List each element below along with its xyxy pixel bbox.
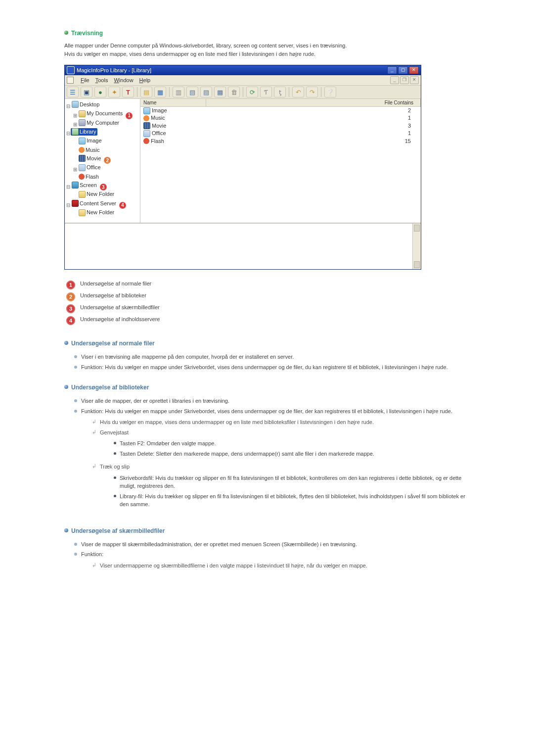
- minimize-button[interactable]: _: [387, 66, 397, 74]
- tree-server-newfolder[interactable]: New Folder: [78, 209, 115, 216]
- maximize-button[interactable]: ▢: [398, 66, 408, 74]
- tree-music[interactable]: Music: [78, 146, 101, 154]
- tree-content-server[interactable]: Content Server: [71, 200, 117, 207]
- bullet-item: Funktion: Hvis du vælger en mappe under …: [74, 362, 470, 373]
- list-row[interactable]: Flash15: [140, 138, 421, 145]
- trash-icon[interactable]: 🗑: [228, 87, 240, 97]
- menu-window[interactable]: Window: [114, 77, 133, 83]
- scrollbar[interactable]: [412, 224, 421, 269]
- redo-icon[interactable]: ↷: [306, 87, 318, 97]
- dot-item: Tasten F2: Omdøber den valgte mappe.: [114, 438, 470, 449]
- list-row[interactable]: Image2: [140, 107, 421, 114]
- list-count: 2: [203, 107, 418, 114]
- library-icon: [72, 128, 79, 135]
- legend-num-2: 2: [66, 292, 75, 301]
- office-icon: [143, 130, 150, 137]
- list-row[interactable]: Office1: [140, 130, 421, 137]
- menu-file[interactable]: File: [81, 77, 89, 83]
- layer3-icon[interactable]: ▩: [214, 87, 226, 97]
- layer1-icon[interactable]: ▧: [186, 87, 198, 97]
- computer-icon: [79, 119, 86, 126]
- tree-icon[interactable]: ☰: [67, 87, 79, 97]
- tree-label: My Computer: [87, 119, 119, 127]
- dot-item: Skrivebordsfil: Hvis du trækker og slipp…: [114, 473, 470, 491]
- toolbar-separator: [243, 87, 243, 97]
- legend-text: Undersøgelse af biblioteker: [80, 292, 146, 298]
- tree-my-documents[interactable]: My Documents: [78, 110, 124, 117]
- tree-root: ⊟Desktop ⊞My Documents1 ⊞My Computer ⊟Li…: [66, 101, 139, 218]
- flash-icon: [79, 174, 85, 180]
- list-name: Flash: [151, 138, 164, 145]
- tree-my-computer[interactable]: My Computer: [78, 119, 120, 127]
- arrow-item: Hvis du vælger en mappe, vises dens unde…: [92, 417, 470, 427]
- badge-3: 3: [100, 184, 107, 190]
- flash-icon: [143, 138, 149, 144]
- col-file-contains[interactable]: File Contains: [206, 99, 421, 106]
- monitor-icon[interactable]: ▣: [81, 87, 92, 97]
- legend-num-4: 4: [66, 316, 75, 325]
- arrow-item: Genvejstast Tasten F2: Omdøber den valgt…: [92, 427, 470, 462]
- bullet-item: Funktion: Hvis du vælger en mappe under …: [74, 406, 470, 516]
- menu-tools[interactable]: Tools: [95, 77, 108, 83]
- tree-label: Office: [87, 164, 101, 171]
- tree-label: Content Server: [80, 200, 116, 207]
- document-icon: [67, 77, 74, 84]
- badge-2: 2: [104, 157, 111, 164]
- bullet-item: Viser i en trævisning alle mapperne på d…: [74, 352, 470, 362]
- bullet-text: Funktion:: [81, 551, 103, 557]
- tree-label: Screen: [80, 182, 97, 189]
- list-row[interactable]: Music1: [140, 114, 421, 122]
- list-count: 1: [203, 114, 418, 122]
- layer2-icon[interactable]: ▨: [200, 87, 212, 97]
- badge-4: 4: [119, 202, 126, 209]
- music-icon: [143, 115, 149, 121]
- arrow-text: Genvejstast: [100, 429, 129, 435]
- folder-open-icon[interactable]: ▤: [140, 87, 152, 97]
- legend-text: Undersøgelse af normale filer: [80, 281, 151, 286]
- toolbar-separator: [321, 87, 321, 97]
- list-name: Movie: [152, 122, 166, 130]
- desktop-icon: [72, 101, 79, 108]
- subsection-normal-title: Undersøgelse af normale filer: [64, 340, 470, 347]
- help-icon[interactable]: ❔: [324, 87, 336, 97]
- badge-1: 1: [126, 112, 133, 119]
- text-down-icon[interactable]: ƫ: [274, 87, 286, 97]
- close-button[interactable]: ✕: [409, 66, 419, 74]
- tree-screen-newfolder[interactable]: New Folder: [78, 190, 115, 198]
- tree-image[interactable]: Image: [78, 137, 103, 144]
- subsection-screen-title: Undersøgelse af skærmbilledfiler: [64, 527, 470, 534]
- tree-label: Movie: [87, 155, 101, 162]
- tree-screen[interactable]: Screen: [71, 182, 98, 189]
- text-up-icon[interactable]: Ƭ: [260, 87, 272, 97]
- undo-icon[interactable]: ↶: [292, 87, 304, 97]
- bullet-list: Viser alle de mapper, der er oprettet i …: [74, 396, 470, 516]
- mdi-restore-button[interactable]: ❐: [400, 76, 409, 84]
- tree-flash[interactable]: Flash: [78, 173, 100, 181]
- image-icon: [143, 107, 150, 114]
- mdi-minimize-button[interactable]: _: [390, 76, 399, 84]
- intro-text: Alle mapper under Denne computer på Wind…: [64, 42, 470, 58]
- mdi-close-button[interactable]: ✕: [410, 76, 419, 84]
- page-icon[interactable]: ▥: [173, 87, 184, 97]
- puzzle-icon[interactable]: ✦: [108, 87, 120, 97]
- tree-library[interactable]: Library: [71, 128, 97, 136]
- tree-label: My Documents: [87, 110, 123, 117]
- tree-label: Flash: [86, 173, 99, 181]
- list-row[interactable]: Movie3: [140, 122, 421, 130]
- tree-label: New Folder: [87, 190, 114, 198]
- refresh-icon[interactable]: ⟳: [246, 87, 258, 97]
- list-body: Image2Music1Movie3Office1Flash15: [140, 107, 421, 145]
- tree-office[interactable]: Office: [78, 164, 102, 171]
- tree-movie[interactable]: Movie: [78, 155, 102, 162]
- tree-desktop[interactable]: Desktop: [71, 101, 100, 108]
- save-icon[interactable]: ▦: [154, 87, 166, 97]
- titlebar: MagicInfoPro Library - [Library] _ ▢ ✕: [65, 65, 421, 75]
- menu-help[interactable]: Help: [139, 77, 151, 83]
- app-window: MagicInfoPro Library - [Library] _ ▢ ✕ F…: [64, 65, 421, 270]
- toolbar: ☰ ▣ ● ✦ T ▤ ▦ ▥ ▧ ▨ ▩ 🗑 ⟳ Ƭ ƫ ↶ ↷ ❔: [65, 86, 421, 99]
- legend-num-3: 3: [66, 304, 75, 313]
- text-icon[interactable]: T: [122, 87, 134, 97]
- col-name[interactable]: Name: [140, 99, 206, 106]
- globe-icon[interactable]: ●: [94, 87, 106, 97]
- list-header: Name File Contains: [140, 99, 421, 107]
